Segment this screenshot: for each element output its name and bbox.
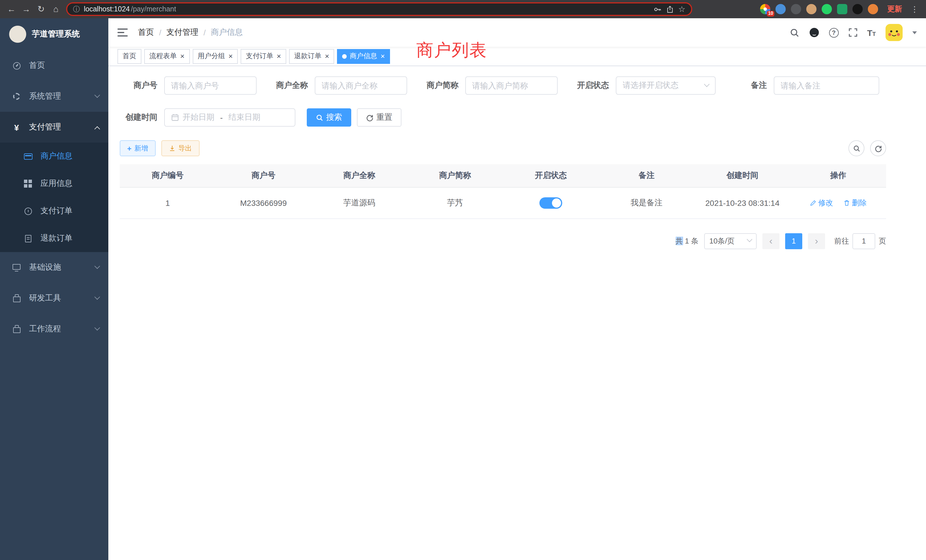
browser-home-icon[interactable]: ⌂: [49, 2, 63, 16]
current-page-button[interactable]: 1: [785, 233, 802, 249]
site-info-icon[interactable]: ⓘ: [73, 4, 80, 14]
user-avatar[interactable]: [885, 24, 903, 41]
card-icon: [23, 151, 33, 161]
refresh-button[interactable]: [870, 140, 886, 156]
profile-avatar-icon[interactable]: [868, 4, 878, 14]
short-name-input[interactable]: [472, 81, 551, 90]
font-size-icon[interactable]: TT: [867, 28, 876, 37]
extension-green-circle-icon[interactable]: [822, 4, 832, 14]
update-button[interactable]: 更新: [887, 4, 902, 14]
tab-refund-order[interactable]: 退款订单 ×: [289, 49, 334, 64]
password-key-icon[interactable]: [654, 5, 662, 14]
pagination-total: 共 1 条: [675, 236, 699, 246]
end-date-placeholder[interactable]: 结束日期: [228, 112, 260, 123]
goto-page-input[interactable]: [852, 233, 875, 249]
prev-page-button[interactable]: ‹: [763, 233, 779, 249]
tab-process-form[interactable]: 流程表单 ×: [144, 49, 189, 64]
browser-reload-icon[interactable]: ↻: [34, 2, 48, 16]
breadcrumb-home[interactable]: 首页: [138, 27, 154, 38]
bookmark-star-icon[interactable]: ☆: [678, 5, 685, 14]
remark-label: 备注: [729, 80, 767, 91]
tab-user-group[interactable]: 用户分组 ×: [192, 49, 238, 64]
search-form-row-1: 商户号 商户全称 商户简称 开启状态 请选择开启状态: [120, 76, 886, 95]
sidebar-item-refund-order[interactable]: 退款订单: [0, 225, 108, 252]
tab-home[interactable]: 首页: [118, 49, 141, 64]
start-date-placeholder[interactable]: 开始日期: [183, 112, 214, 123]
calendar-icon: [171, 114, 179, 121]
extension-drop-icon[interactable]: [775, 4, 786, 14]
delete-button[interactable]: 删除: [843, 198, 867, 208]
tab-close-icon[interactable]: ×: [325, 53, 329, 60]
next-page-button[interactable]: ›: [808, 233, 825, 249]
sidebar-item-dev-tools[interactable]: 研发工具: [0, 283, 108, 314]
chevron-up-icon: [94, 126, 100, 132]
table-row: 1 M233666999 芋道源码 芋艿 我是备注 2021-10-23 08:…: [120, 187, 886, 218]
tab-close-icon[interactable]: ×: [277, 53, 281, 60]
app-logo[interactable]: 芋道管理系统: [0, 18, 108, 50]
date-range-picker[interactable]: 开始日期 - 结束日期: [164, 108, 295, 127]
breadcrumb: 首页 / 支付管理 / 商户信息: [138, 27, 243, 38]
cell-status: [503, 187, 599, 218]
browser-back-icon[interactable]: ←: [5, 2, 18, 16]
tab-close-icon[interactable]: ×: [180, 53, 185, 60]
remark-input[interactable]: [781, 81, 872, 90]
avatar-dropdown-icon[interactable]: [912, 31, 917, 36]
extension-puzzle-icon[interactable]: 10: [760, 4, 770, 14]
active-tab-dot: [342, 54, 347, 59]
payment-submenu: 商户信息 应用信息 支付订单 退款订单: [0, 142, 108, 252]
tab-close-icon[interactable]: ×: [381, 53, 385, 60]
cell-full-name: 芋道源码: [311, 187, 407, 218]
table-header-row: 商户编号 商户号 商户全称 商户简称 开启状态 备注 创建时间 操作: [120, 164, 886, 187]
extensions-row: 10: [760, 4, 878, 14]
fullscreen-icon[interactable]: [848, 28, 857, 37]
browser-menu-icon[interactable]: ⋮: [908, 2, 921, 16]
help-icon[interactable]: ?: [829, 28, 838, 37]
search-button[interactable]: 搜索: [307, 108, 351, 127]
search-icon[interactable]: [790, 28, 799, 37]
tab-merchant-info[interactable]: 商户信息 ×: [337, 49, 390, 64]
edit-button[interactable]: 修改: [809, 198, 833, 208]
extension-avatar-icon[interactable]: [806, 4, 817, 14]
sidebar-item-pay-order[interactable]: 支付订单: [0, 197, 108, 225]
add-button[interactable]: + 新增: [120, 140, 155, 156]
export-button[interactable]: 导出: [161, 140, 199, 156]
page-content: 商户号 商户全称 商户简称 开启状态 请选择开启状态: [108, 66, 926, 249]
status-select[interactable]: 请选择开启状态: [616, 76, 716, 95]
sidebar-item-system[interactable]: 系统管理: [0, 81, 108, 112]
breadcrumb-separator: /: [204, 28, 206, 37]
status-toggle[interactable]: [539, 197, 562, 209]
create-time-field: 创建时间 开始日期 - 结束日期: [120, 108, 295, 127]
gear-icon: [11, 91, 22, 101]
toggle-search-button[interactable]: [849, 140, 864, 156]
reset-button[interactable]: 重置: [357, 108, 401, 127]
full-name-input[interactable]: [322, 81, 400, 90]
col-status: 开启状态: [503, 164, 599, 187]
share-icon[interactable]: [666, 5, 674, 14]
sidebar-item-workflow[interactable]: 工作流程: [0, 314, 108, 344]
extension-green-book-icon[interactable]: [837, 4, 847, 14]
breadcrumb-payment[interactable]: 支付管理: [166, 27, 198, 38]
browser-forward-icon[interactable]: →: [20, 2, 33, 16]
navbar-actions: ? TT: [790, 24, 917, 41]
sidebar-item-merchant-info[interactable]: 商户信息: [0, 142, 108, 170]
page-size-select[interactable]: 10条/页: [704, 233, 757, 249]
tab-close-icon[interactable]: ×: [228, 53, 233, 60]
sidebar-item-app-info[interactable]: 应用信息: [0, 170, 108, 197]
tab-pay-order[interactable]: 支付订单 ×: [241, 49, 286, 64]
extension-dark-icon[interactable]: [791, 4, 801, 14]
cell-remark: 我是备注: [599, 187, 694, 218]
sidebar-item-infrastructure[interactable]: 基础设施: [0, 252, 108, 283]
github-icon[interactable]: [809, 27, 819, 38]
merchant-no-input[interactable]: [171, 81, 250, 90]
status-label: 开启状态: [571, 80, 609, 91]
extension-black-icon[interactable]: [852, 4, 863, 14]
app-window: 芋道管理系统 首页 系统管理 ¥ 支付管理: [0, 18, 926, 560]
col-merchant-no: 商户号: [216, 164, 311, 187]
col-short-name: 商户简称: [407, 164, 503, 187]
download-icon: [168, 145, 176, 152]
sidebar-item-home[interactable]: 首页: [0, 50, 108, 81]
sidebar-collapse-icon[interactable]: [118, 29, 128, 36]
address-bar[interactable]: ⓘ localhost:1024 /pay/merchant ☆: [66, 2, 692, 16]
sidebar: 芋道管理系统 首页 系统管理 ¥ 支付管理: [0, 18, 108, 560]
sidebar-item-payment[interactable]: ¥ 支付管理: [0, 112, 108, 142]
